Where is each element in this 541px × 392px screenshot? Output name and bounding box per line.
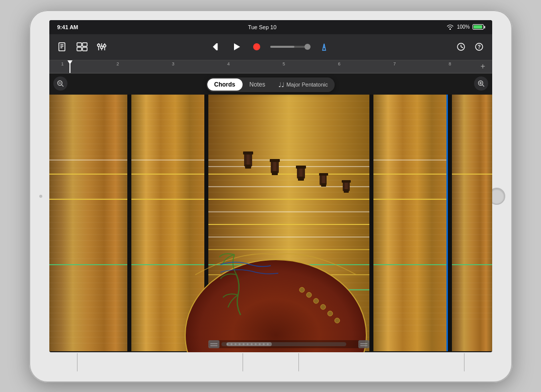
svg-point-307 — [255, 343, 257, 345]
svg-rect-281 — [273, 162, 276, 171]
scale-button[interactable]: ♩♩ Major Pentatonic — [272, 79, 334, 91]
svg-rect-0 — [59, 43, 65, 51]
controls-bar: Chords Notes ♩♩ Major Pentatonic — [206, 77, 335, 92]
svg-point-271 — [321, 304, 326, 309]
mixer-button[interactable] — [95, 40, 109, 53]
svg-point-17 — [253, 43, 260, 50]
playhead — [69, 60, 70, 73]
svg-text:?: ? — [478, 44, 481, 50]
ruler-mark-8: 8 — [449, 61, 451, 66]
guzheng-instrument[interactable]: .str-white { stroke: rgba(255,255,255,0.… — [49, 73, 492, 352]
ruler-mark-2: 2 — [117, 61, 119, 66]
svg-point-301 — [230, 343, 233, 345]
notes-button[interactable]: Notes — [243, 79, 272, 91]
svg-point-273 — [335, 318, 340, 323]
svg-rect-277 — [247, 154, 250, 165]
svg-rect-179 — [369, 95, 373, 351]
status-date: Tue Sep 10 — [248, 24, 276, 30]
ruler-mark-6: 6 — [338, 61, 341, 66]
ruler-mark-1: 1 — [61, 61, 64, 66]
connector-right-1 — [298, 353, 299, 371]
scale-icon: ♩♩ — [278, 81, 284, 89]
ruler-mark-3: 3 — [172, 61, 175, 66]
svg-rect-275 — [243, 151, 253, 154]
toolbar-right: ? — [342, 40, 486, 53]
svg-point-11 — [97, 44, 100, 47]
svg-point-269 — [306, 292, 312, 297]
status-right: 100% — [446, 24, 484, 30]
metronome-button[interactable] — [318, 40, 331, 53]
zoom-out-button[interactable] — [53, 76, 67, 91]
svg-line-25 — [61, 85, 63, 87]
svg-point-303 — [239, 343, 241, 345]
timeline-ruler[interactable]: 1 2 3 4 5 6 7 8 — [53, 60, 478, 73]
play-button[interactable] — [230, 40, 243, 53]
svg-rect-287 — [319, 173, 328, 176]
svg-rect-74 — [127, 95, 131, 351]
ipad-screen: 9:41 AM Tue Sep 10 100% — [49, 20, 492, 352]
wifi-icon — [446, 24, 454, 30]
svg-rect-292 — [344, 189, 349, 193]
scale-label: Major Pentatonic — [286, 82, 328, 88]
svg-rect-289 — [322, 176, 325, 183]
ruler-mark-5: 5 — [283, 61, 285, 66]
svg-rect-299 — [226, 342, 272, 346]
record-button[interactable] — [250, 40, 263, 53]
side-button[interactable] — [39, 195, 42, 198]
svg-point-270 — [314, 298, 319, 303]
svg-rect-283 — [296, 166, 306, 169]
svg-rect-7 — [83, 47, 87, 51]
toolbar: ? — [49, 34, 492, 60]
svg-point-302 — [235, 343, 237, 345]
svg-rect-311 — [358, 340, 369, 348]
status-time: 9:41 AM — [57, 24, 79, 30]
svg-rect-293 — [345, 183, 348, 189]
volume-thumb — [304, 44, 311, 50]
connector-right-2 — [464, 353, 465, 371]
timeline: 1 2 3 4 5 6 7 8 + — [49, 60, 492, 73]
ruler-mark-7: 7 — [394, 61, 396, 66]
add-track-button[interactable]: + — [478, 61, 488, 71]
svg-point-268 — [299, 287, 304, 292]
svg-rect-284 — [298, 177, 304, 181]
instrument-area[interactable]: .str-white { stroke: rgba(255,255,255,0.… — [49, 73, 492, 352]
tempo-button[interactable] — [454, 40, 468, 53]
svg-rect-285 — [299, 169, 302, 177]
svg-rect-280 — [272, 171, 278, 175]
svg-rect-295 — [208, 340, 219, 348]
svg-rect-5 — [83, 43, 87, 46]
svg-point-305 — [247, 343, 249, 345]
new-doc-button[interactable] — [55, 40, 69, 54]
svg-rect-276 — [245, 165, 251, 169]
svg-rect-225 — [448, 95, 452, 351]
view-tracks-button[interactable] — [74, 40, 90, 53]
svg-point-308 — [259, 343, 261, 345]
toolbar-center — [199, 40, 342, 53]
ipad-frame: 9:41 AM Tue Sep 10 100% — [29, 10, 512, 382]
svg-marker-16 — [234, 43, 240, 50]
volume-slider[interactable] — [270, 46, 311, 48]
svg-rect-288 — [321, 183, 326, 187]
chords-button[interactable]: Chords — [207, 79, 243, 91]
help-button[interactable]: ? — [473, 40, 486, 53]
ruler-mark-4: 4 — [227, 61, 230, 66]
bottom-connectors — [49, 352, 492, 372]
svg-rect-4 — [77, 43, 82, 46]
battery-fill — [474, 25, 482, 29]
svg-point-272 — [328, 311, 333, 316]
connector-left-1 — [77, 353, 78, 371]
svg-point-304 — [243, 343, 245, 345]
svg-point-13 — [103, 45, 106, 47]
connector-left-2 — [243, 353, 243, 371]
svg-line-28 — [482, 85, 484, 87]
svg-rect-291 — [342, 180, 351, 183]
svg-point-309 — [263, 343, 265, 345]
rewind-button[interactable] — [210, 40, 223, 53]
toolbar-left — [55, 40, 199, 54]
svg-rect-279 — [270, 159, 280, 162]
zoom-in-button[interactable] — [474, 76, 488, 91]
main-content: Chords Notes ♩♩ Major Pentatonic — [49, 73, 492, 352]
svg-point-310 — [267, 343, 269, 345]
svg-marker-14 — [213, 43, 216, 50]
svg-point-300 — [226, 343, 228, 345]
